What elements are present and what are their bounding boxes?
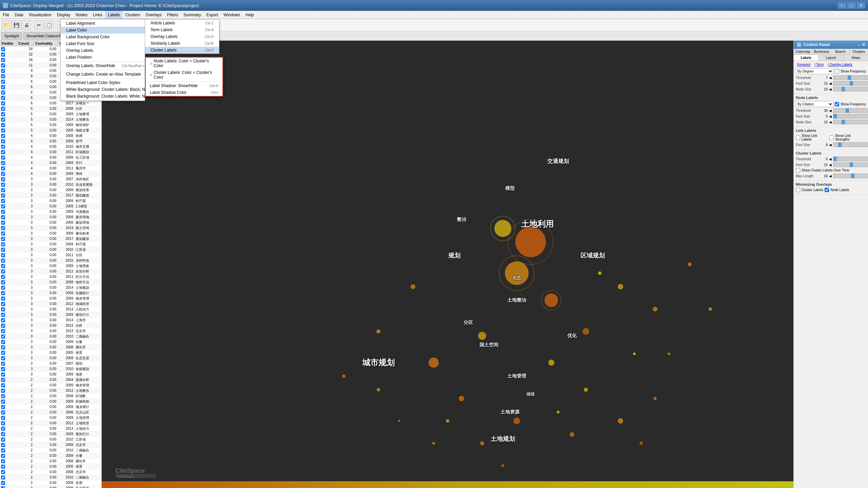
row-checkbox[interactable] [1, 150, 5, 154]
table-row[interactable]: 30.002013人机动力 [0, 307, 101, 312]
table-row[interactable]: 30.002012农划分析 [0, 269, 101, 274]
table-row[interactable]: 20.002009土地管理 [0, 415, 101, 421]
threshold-left-btn-2[interactable]: ◀ [829, 109, 832, 113]
table-row[interactable]: 20.002009祈祷机制 [0, 399, 101, 404]
row-checkbox[interactable] [1, 210, 5, 214]
table-row[interactable]: 20.002010二规融合 [0, 448, 101, 453]
article-labels-item[interactable]: Article Labels Ctrl-Z [145, 20, 219, 26]
row-checkbox[interactable] [1, 345, 5, 349]
row-checkbox[interactable] [1, 334, 5, 339]
table-row[interactable]: 30.002008地邻方法 [0, 280, 101, 285]
row-checkbox[interactable] [1, 416, 5, 420]
table-row[interactable]: 40.002009博传 [0, 171, 101, 177]
table-row[interactable]: 20.002009分量 [0, 453, 101, 459]
row-checkbox[interactable] [1, 405, 5, 409]
table-row[interactable]: 30.002009生态宜居 [0, 355, 101, 361]
row-checkbox[interactable] [1, 85, 5, 89]
viz-node[interactable] [501, 464, 504, 467]
show-cluster-over-time-checkbox[interactable] [796, 168, 800, 172]
row-checkbox[interactable] [1, 438, 5, 442]
maximize-button[interactable]: □ [847, 2, 856, 9]
row-checkbox[interactable] [1, 177, 5, 181]
row-checkbox[interactable] [1, 248, 5, 252]
nodesize-slider-1[interactable] [833, 87, 868, 92]
row-checkbox[interactable] [1, 259, 5, 263]
show-link-labels-checkbox[interactable] [796, 136, 800, 140]
max-length-slider[interactable] [833, 174, 868, 178]
max-length-left-btn[interactable]: ◀ [829, 174, 832, 178]
table-row[interactable]: 30.002006建设用地 [0, 220, 101, 225]
viz-node[interactable] [478, 332, 486, 340]
threshold-slider-1[interactable] [833, 75, 868, 80]
menu-item-help[interactable]: Help [243, 11, 257, 19]
viz-node[interactable] [429, 358, 439, 368]
label-alignment-item[interactable]: Label Alignment [61, 20, 145, 27]
table-row[interactable]: 20.002009规划行计 [0, 431, 101, 437]
menu-item-links[interactable]: Links [90, 11, 105, 19]
minimize-button[interactable]: ─ [837, 2, 846, 9]
row-checkbox[interactable] [1, 302, 5, 306]
row-checkbox[interactable] [1, 204, 5, 208]
row-checkbox[interactable] [1, 69, 5, 73]
viz-node[interactable] [548, 360, 554, 366]
table-row[interactable]: 20.002009社会民住 [0, 486, 101, 488]
viz-node[interactable] [583, 328, 589, 335]
nodesize-left-btn-1[interactable]: ◀ [829, 87, 832, 91]
row-checkbox[interactable] [1, 215, 5, 219]
overlay-labels-item[interactable]: Overlay Labels [61, 47, 145, 54]
viz-node[interactable] [411, 284, 415, 289]
fontsize-slider-2[interactable] [833, 114, 868, 119]
row-checkbox[interactable] [1, 465, 5, 469]
print-button[interactable]: 🖨 [22, 20, 31, 30]
row-checkbox[interactable] [1, 221, 5, 225]
table-row[interactable]: 30.002014土地规划 [0, 285, 101, 290]
viz-node[interactable] [618, 284, 623, 289]
menu-item-data[interactable]: Data [12, 11, 26, 19]
row-checkbox[interactable] [1, 432, 5, 436]
viz-node[interactable] [584, 388, 588, 392]
fontsize-slider-4[interactable] [833, 162, 868, 167]
menu-item-visualization[interactable]: Visualization [26, 11, 54, 19]
row-checkbox[interactable] [1, 161, 5, 165]
table-row[interactable]: 50.002014土地整合 [0, 117, 101, 122]
term-labels-item[interactable]: Term Labels Ctrl-A [145, 26, 219, 33]
row-checkbox[interactable] [1, 112, 5, 116]
table-row[interactable]: 50.002009地权文署 [0, 128, 101, 133]
viz-node[interactable] [377, 388, 380, 391]
row-checkbox[interactable] [1, 383, 5, 387]
row-checkbox[interactable] [1, 280, 5, 284]
row-checkbox[interactable] [1, 291, 5, 295]
row-checkbox[interactable] [1, 454, 5, 458]
row-checkbox[interactable] [1, 313, 5, 317]
fontsize-left-btn-3[interactable]: ◀ [829, 143, 832, 147]
row-checkbox[interactable] [1, 253, 5, 257]
row-checkbox[interactable] [1, 139, 5, 143]
row-checkbox[interactable] [1, 297, 5, 301]
overlay-labels-show-hide-item[interactable]: Overlay Labels: Show/Hide Ctrl-NumPad + [61, 62, 145, 69]
menu-item-filters[interactable]: Filters [164, 11, 181, 19]
table-row[interactable]: 30.002012地域经济 [0, 301, 101, 307]
viz-node[interactable] [598, 271, 601, 275]
row-checkbox[interactable] [1, 96, 5, 100]
row-checkbox[interactable] [1, 372, 5, 377]
row-checkbox[interactable] [1, 318, 5, 322]
cluster-labels-item[interactable]: Cluster Labels Ctrl-F [145, 47, 219, 54]
row-checkbox[interactable] [1, 367, 5, 371]
row-checkbox[interactable] [1, 427, 5, 431]
cluster-labels-overlap-checkbox[interactable] [796, 188, 800, 192]
tab-views[interactable]: Views [844, 55, 868, 61]
node-sort-select[interactable]: By Citation By Degree [796, 101, 833, 107]
sort-select[interactable]: By Degree By Centrality By Year [796, 68, 833, 74]
table-row[interactable]: 40.002008化工区域 [0, 155, 101, 160]
row-checkbox[interactable] [1, 394, 5, 398]
table-row[interactable]: 30.002008廊坊市 [0, 345, 101, 350]
viz-node[interactable] [668, 352, 670, 355]
nodesize-slider-2[interactable] [833, 120, 868, 124]
table-row[interactable]: 20.002010二规融合 [0, 475, 101, 480]
fontsize-left-btn-1[interactable]: ◀ [829, 82, 832, 85]
label-position-item[interactable]: Label Position [61, 54, 145, 61]
viz-node[interactable] [480, 441, 484, 445]
row-checkbox[interactable] [1, 324, 5, 328]
viz-node[interactable] [653, 307, 657, 311]
row-checkbox[interactable] [1, 475, 5, 480]
